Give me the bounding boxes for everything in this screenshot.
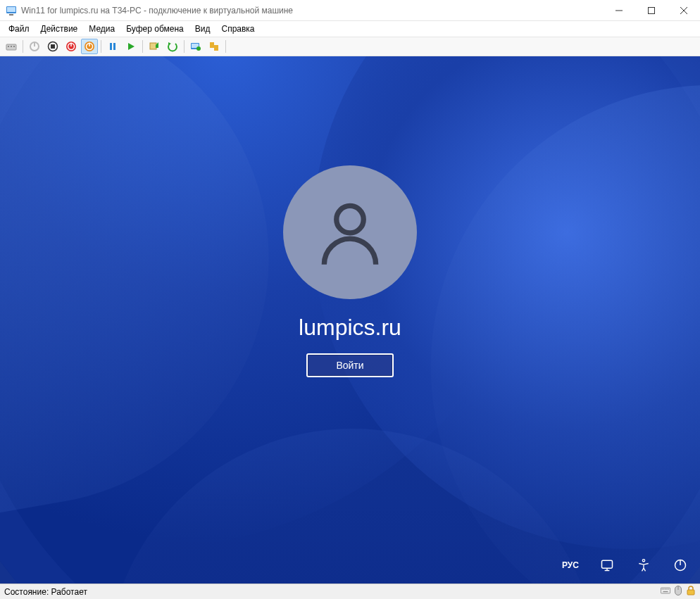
svg-point-36	[642, 560, 644, 562]
menu-clipboard[interactable]: Буфер обмена	[120, 23, 189, 35]
stop-icon[interactable]	[44, 39, 61, 54]
svg-rect-42	[665, 588, 665, 589]
login-panel: lumpics.ru Войти	[0, 165, 700, 377]
svg-rect-2	[9, 14, 13, 15]
svg-rect-31	[214, 45, 218, 51]
power-grey-icon[interactable]	[26, 39, 43, 54]
share-icon[interactable]	[206, 39, 223, 54]
menu-file[interactable]: Файл	[3, 23, 35, 35]
accessibility-icon[interactable]	[635, 557, 652, 574]
svg-rect-43	[666, 588, 667, 589]
vm-viewport[interactable]: lumpics.ru Войти РУС	[0, 56, 700, 584]
titlebar: Win11 for lumpics.ru на T34-PC - подключ…	[0, 0, 700, 21]
svg-rect-9	[11, 46, 12, 47]
input-language[interactable]: РУС	[562, 560, 579, 570]
svg-rect-1	[7, 7, 15, 12]
login-tray: РУС	[562, 557, 689, 574]
svg-rect-4	[649, 7, 655, 13]
toolbar	[0, 37, 700, 56]
svg-rect-24	[150, 43, 156, 49]
svg-rect-48	[687, 590, 694, 595]
svg-point-29	[196, 46, 201, 51]
ctrl-alt-del-icon[interactable]	[3, 39, 20, 54]
svg-rect-21	[110, 43, 112, 50]
svg-rect-39	[661, 588, 670, 593]
window-title: Win11 for lumpics.ru на T34-PC - подключ…	[21, 6, 603, 15]
statusbar: Состояние: Работает	[0, 584, 700, 599]
shutdown-icon[interactable]	[63, 39, 80, 54]
keyboard-indicator-icon	[661, 586, 670, 598]
svg-rect-30	[210, 42, 214, 48]
svg-marker-23	[128, 43, 135, 50]
menu-media[interactable]: Медиа	[83, 23, 120, 35]
play-icon[interactable]	[123, 39, 139, 54]
enh-session-icon[interactable]	[187, 39, 204, 54]
svg-rect-44	[668, 588, 669, 589]
power-icon[interactable]	[81, 39, 98, 54]
login-username: lumpics.ru	[299, 315, 401, 341]
svg-rect-33	[602, 560, 613, 568]
power-icon[interactable]	[672, 557, 689, 574]
app-icon	[6, 5, 17, 16]
svg-rect-22	[113, 43, 115, 50]
maximize-button[interactable]	[635, 0, 668, 21]
signin-button[interactable]: Войти	[306, 353, 394, 377]
svg-rect-14	[51, 44, 55, 49]
svg-rect-8	[8, 46, 9, 47]
svg-rect-40	[662, 588, 663, 589]
lock-indicator-icon	[686, 586, 696, 598]
snapshot-icon[interactable]	[146, 39, 163, 54]
svg-rect-45	[663, 591, 668, 592]
svg-point-32	[337, 206, 364, 233]
minimize-button[interactable]	[603, 0, 635, 21]
svg-rect-41	[663, 588, 664, 589]
menu-help[interactable]: Справка	[215, 23, 260, 35]
pause-icon[interactable]	[104, 39, 121, 54]
close-button[interactable]	[668, 0, 700, 21]
menu-view[interactable]: Вид	[189, 23, 216, 35]
mouse-indicator-icon	[673, 586, 683, 598]
svg-rect-10	[13, 46, 15, 47]
menubar: Файл Действие Медиа Буфер обмена Вид Спр…	[0, 21, 700, 37]
network-icon[interactable]	[599, 557, 615, 574]
revert-icon[interactable]	[164, 39, 181, 54]
status-text: Состояние: Работает	[4, 587, 661, 597]
menu-action[interactable]: Действие	[35, 23, 84, 35]
avatar	[283, 165, 417, 299]
